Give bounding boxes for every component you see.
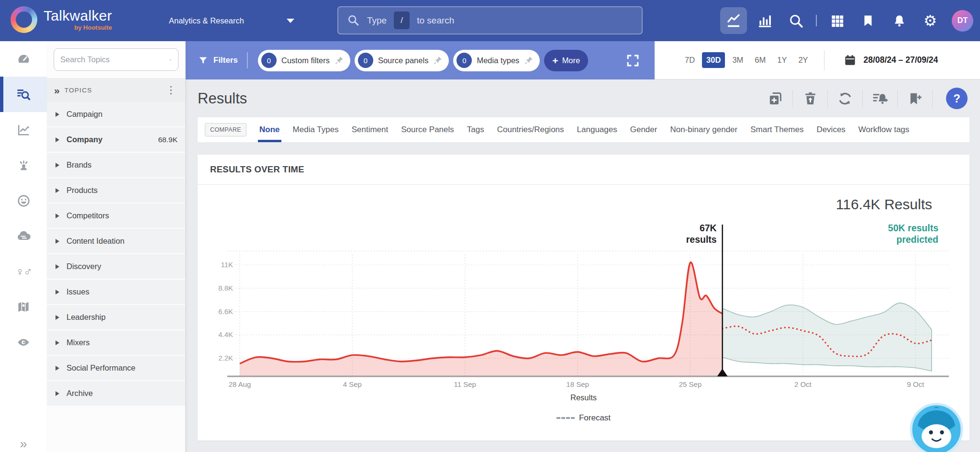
create-alert-button[interactable] bbox=[869, 90, 891, 107]
rail-item-dashboards[interactable] bbox=[0, 41, 47, 77]
talkwalker-logo-icon bbox=[11, 6, 37, 33]
bell-icon bbox=[892, 13, 907, 28]
refresh-button[interactable] bbox=[835, 90, 856, 107]
topics-panel: » TOPICS ⋮ CampaignCompany68.9KBrandsPro… bbox=[47, 41, 186, 452]
range-preset-7d[interactable]: 7D bbox=[680, 52, 699, 68]
results-tab[interactable]: Tags bbox=[467, 117, 484, 142]
results-tab[interactable]: Languages bbox=[577, 117, 617, 142]
topic-row[interactable]: Products bbox=[47, 178, 185, 203]
actions-divider bbox=[827, 90, 828, 107]
results-tab[interactable]: Smart Themes bbox=[750, 117, 803, 142]
results-tab[interactable]: None bbox=[259, 117, 280, 142]
date-range-picker[interactable]: 28/08/24 – 27/09/24 bbox=[844, 54, 938, 67]
talkwalker-logo[interactable]: Talkwalker by Hootsuite bbox=[11, 6, 112, 33]
results-tab[interactable]: Media Types bbox=[293, 117, 339, 142]
topic-row[interactable]: Leadership bbox=[47, 305, 185, 329]
reports-nav-button[interactable] bbox=[751, 7, 778, 34]
workspace-label: Analytics & Research bbox=[169, 16, 244, 25]
rail-item-monitoring[interactable] bbox=[0, 325, 47, 360]
results-tab[interactable]: Workflow tags bbox=[858, 117, 909, 142]
rail-item-sentiment[interactable] bbox=[0, 183, 47, 218]
search-nav-button[interactable] bbox=[782, 7, 809, 34]
topic-row[interactable]: Company68.9K bbox=[47, 127, 185, 152]
date-bar: 7D30D3M6M1Y2Y 28/08/24 – 27/09/24 bbox=[655, 41, 980, 79]
results-tab[interactable]: Sentiment bbox=[352, 117, 389, 142]
actions-divider bbox=[862, 90, 863, 107]
help-mascot-button[interactable] bbox=[909, 402, 964, 452]
topic-row[interactable]: Campaign bbox=[47, 102, 185, 126]
filters-button[interactable]: Filters bbox=[198, 56, 238, 66]
delete-button[interactable] bbox=[800, 90, 821, 106]
rail-item-topic-search[interactable] bbox=[0, 77, 47, 112]
save-bookmark-button[interactable] bbox=[904, 90, 925, 107]
range-preset-1y[interactable]: 1Y bbox=[773, 52, 791, 68]
expand-rail-chevron[interactable]: » bbox=[0, 438, 47, 452]
y-tick-label: 11K bbox=[221, 260, 233, 269]
add-widget-button[interactable] bbox=[765, 90, 786, 107]
topic-row[interactable]: Competitors bbox=[47, 203, 185, 228]
range-preset-3m[interactable]: 3M bbox=[728, 52, 747, 68]
global-search-input[interactable]: Type / to search bbox=[337, 6, 643, 34]
topic-row[interactable]: Content Ideation bbox=[47, 229, 185, 253]
bookmarks-nav-button[interactable] bbox=[855, 7, 881, 34]
apps-nav-button[interactable] bbox=[824, 7, 850, 34]
results-tab[interactable]: Source Panels bbox=[401, 117, 454, 142]
topic-label: Campaign bbox=[67, 110, 102, 119]
topics-menu-icon[interactable]: ⋮ bbox=[164, 84, 178, 96]
main-area: Filters 0Custom filters0Source panels0Me… bbox=[186, 41, 980, 452]
nav-separator bbox=[816, 15, 817, 26]
toolbar-row: Filters 0Custom filters0Source panels0Me… bbox=[186, 41, 980, 79]
help-button[interactable]: ? bbox=[946, 88, 968, 109]
range-preset-2y[interactable]: 2Y bbox=[794, 52, 812, 68]
fullscreen-icon bbox=[625, 53, 640, 68]
topic-row[interactable]: Social Performance bbox=[47, 356, 185, 380]
rail-item-conversation-clusters[interactable] bbox=[0, 218, 47, 254]
results-tab[interactable]: Devices bbox=[816, 117, 845, 142]
trash-up-icon bbox=[802, 90, 818, 106]
bookmark-icon bbox=[861, 13, 875, 28]
topic-row[interactable]: Archive bbox=[47, 381, 185, 406]
word-cloud-icon bbox=[16, 228, 32, 244]
forecast-legend-label: Forecast bbox=[579, 413, 611, 423]
results-tab[interactable]: Gender bbox=[630, 117, 657, 142]
filter-separator bbox=[247, 52, 248, 68]
filter-chip-2[interactable]: 0Media types bbox=[453, 50, 540, 71]
workspace-selector[interactable]: Analytics & Research bbox=[169, 0, 294, 41]
actions-divider bbox=[932, 90, 933, 107]
range-preset-6m[interactable]: 6M bbox=[750, 52, 770, 68]
topic-row[interactable]: Mixers bbox=[47, 330, 185, 355]
range-preset-30d[interactable]: 30D bbox=[702, 52, 725, 68]
results-tab[interactable]: Countries/Regions bbox=[497, 117, 564, 142]
rail-item-map[interactable] bbox=[0, 289, 47, 325]
analytics-nav-button[interactable] bbox=[720, 7, 747, 34]
collapse-panel-icon[interactable]: » bbox=[54, 85, 58, 95]
results-series-area bbox=[240, 262, 723, 376]
copy-plus-icon bbox=[767, 90, 784, 107]
settings-nav-button[interactable]: ⚙ bbox=[917, 7, 944, 34]
more-filters-button[interactable]: + More bbox=[544, 50, 588, 71]
eye-icon bbox=[16, 335, 31, 350]
topic-label: Issues bbox=[67, 287, 89, 296]
filter-chip-1[interactable]: 0Source panels bbox=[355, 50, 449, 71]
fullscreen-button[interactable] bbox=[625, 53, 640, 68]
actions-divider bbox=[792, 90, 793, 107]
compare-button[interactable]: COMPARE bbox=[205, 123, 246, 136]
rail-item-demographics[interactable]: ♀♂ bbox=[0, 254, 47, 289]
left-icon-rail: ♀♂ » bbox=[0, 41, 47, 452]
topic-row[interactable]: Issues bbox=[47, 280, 185, 304]
rail-item-influencers[interactable] bbox=[0, 147, 47, 183]
user-avatar[interactable]: DT bbox=[952, 10, 973, 32]
topics-search[interactable] bbox=[54, 48, 178, 71]
topic-row[interactable]: Brands bbox=[47, 153, 185, 177]
topics-search-input[interactable] bbox=[60, 55, 166, 64]
filter-chip-0[interactable]: 0Custom filters bbox=[258, 50, 350, 71]
search-hint-suffix: to search bbox=[417, 15, 454, 26]
search-hint-prefix: Type bbox=[367, 15, 387, 26]
y-tick-label: 4.4K bbox=[218, 330, 233, 339]
rail-item-analytics[interactable] bbox=[0, 112, 47, 147]
notifications-nav-button[interactable] bbox=[886, 7, 913, 34]
results-series-line bbox=[240, 262, 723, 364]
topic-label: Archive bbox=[67, 389, 93, 398]
topic-row[interactable]: Discovery bbox=[47, 254, 185, 279]
results-tab[interactable]: Non-binary gender bbox=[670, 117, 737, 142]
